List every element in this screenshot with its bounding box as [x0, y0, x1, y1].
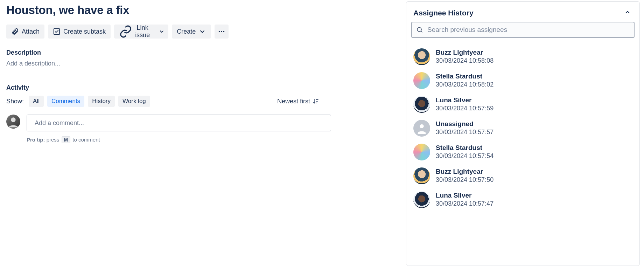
main-content: Houston, we have a fix Attach Create sub…: [0, 0, 406, 268]
current-user-avatar: [6, 115, 20, 129]
tab-all[interactable]: All: [29, 96, 44, 107]
create-button[interactable]: Create: [172, 25, 211, 39]
create-subtask-button[interactable]: Create subtask: [48, 25, 111, 39]
assignee-history-item[interactable]: Stella Stardust30/03/2024 10:57:54: [411, 140, 636, 164]
assignee-name: Stella Stardust: [436, 73, 493, 81]
avatar: [413, 120, 430, 137]
create-subtask-label: Create subtask: [63, 28, 106, 35]
avatar: [413, 191, 430, 208]
show-label: Show:: [6, 98, 24, 105]
issue-toolbar: Attach Create subtask Link issue Create: [6, 25, 400, 39]
pro-tip: Pro tip: press M to comment: [27, 136, 400, 143]
avatar: [413, 72, 430, 89]
assignee-timestamp: 30/03/2024 10:57:57: [436, 128, 493, 136]
more-icon: [218, 28, 225, 35]
chevron-down-icon: [198, 28, 206, 35]
comment-composer: Add a comment...: [6, 115, 400, 131]
assignee-name: Unassigned: [436, 120, 493, 128]
assignee-history-panel: Assignee History Buzz Lightyear30/03/202…: [406, 1, 640, 266]
avatar: [413, 167, 430, 184]
search-wrap: [406, 22, 639, 42]
assignee-name: Stella Stardust: [436, 144, 493, 152]
avatar: [413, 48, 430, 65]
sort-button[interactable]: Newest first: [277, 98, 319, 105]
assignee-name: Luna Silver: [436, 96, 493, 104]
assignee-history-item[interactable]: Unassigned30/03/2024 10:57:57: [411, 116, 636, 140]
assignee-name: Luna Silver: [436, 192, 493, 200]
chevron-down-icon: [159, 28, 165, 35]
panel-title: Assignee History: [413, 9, 474, 17]
link-issue-dropdown[interactable]: [155, 25, 168, 39]
collapse-panel-button[interactable]: [623, 7, 632, 18]
kbd-m: M: [62, 136, 71, 143]
svg-point-1: [219, 31, 220, 32]
activity-controls: Show: All Comments History Work log Newe…: [6, 96, 400, 107]
assignee-list[interactable]: Buzz Lightyear30/03/2024 10:58:08Stella …: [406, 42, 638, 266]
protip-label: Pro tip:: [27, 137, 45, 143]
paperclip-icon: [11, 28, 19, 35]
attach-button[interactable]: Attach: [6, 25, 44, 39]
search-input[interactable]: [427, 26, 630, 34]
tab-worklog[interactable]: Work log: [118, 96, 150, 107]
chevron-up-icon: [624, 9, 631, 16]
issue-title[interactable]: Houston, we have a fix: [6, 4, 400, 17]
link-issue-split-button: Link issue: [114, 25, 168, 39]
avatar: [413, 144, 430, 160]
activity-tabs: Show: All Comments History Work log: [6, 96, 150, 107]
assignee-history-item[interactable]: Luna Silver30/03/2024 10:57:47: [411, 188, 636, 212]
svg-point-2: [221, 31, 222, 32]
assignee-timestamp: 30/03/2024 10:58:02: [436, 81, 493, 89]
search-box[interactable]: [411, 22, 635, 38]
tab-history[interactable]: History: [88, 96, 115, 107]
assignee-history-item[interactable]: Buzz Lightyear30/03/2024 10:58:08: [411, 45, 636, 69]
sort-label: Newest first: [277, 98, 310, 105]
link-icon: [119, 25, 132, 38]
avatar: [413, 96, 430, 113]
assignee-timestamp: 30/03/2024 10:57:54: [436, 152, 493, 160]
assignee-timestamp: 30/03/2024 10:57:47: [436, 200, 493, 208]
assignee-name: Buzz Lightyear: [436, 168, 493, 176]
svg-point-6: [420, 124, 424, 128]
subtask-icon: [53, 28, 61, 35]
link-issue-button[interactable]: Link issue: [114, 25, 155, 39]
sidebar: Assignee History Buzz Lightyear30/03/202…: [406, 0, 644, 268]
create-label: Create: [177, 28, 196, 35]
svg-point-5: [417, 27, 421, 32]
comment-placeholder: Add a comment...: [35, 119, 84, 127]
description-placeholder[interactable]: Add a description...: [6, 60, 400, 67]
assignee-history-item[interactable]: Buzz Lightyear30/03/2024 10:57:50: [411, 164, 636, 188]
assignee-history-item[interactable]: Luna Silver30/03/2024 10:57:59: [411, 92, 636, 116]
assignee-timestamp: 30/03/2024 10:58:08: [436, 57, 493, 65]
assignee-timestamp: 30/03/2024 10:57:59: [436, 104, 493, 112]
svg-point-3: [223, 31, 225, 32]
description-heading: Description: [6, 49, 400, 56]
attach-label: Attach: [22, 28, 40, 35]
sort-desc-icon: [312, 98, 319, 105]
assignee-name: Buzz Lightyear: [436, 49, 493, 57]
assignee-history-item[interactable]: Stella Stardust30/03/2024 10:58:02: [411, 69, 636, 92]
activity-heading: Activity: [6, 84, 400, 91]
panel-header[interactable]: Assignee History: [406, 2, 639, 22]
tab-comments[interactable]: Comments: [47, 96, 84, 107]
search-icon: [416, 26, 423, 33]
more-actions-button[interactable]: [215, 25, 229, 39]
svg-point-4: [11, 117, 15, 122]
link-issue-label: Link issue: [135, 25, 150, 39]
assignee-timestamp: 30/03/2024 10:57:50: [436, 176, 493, 184]
comment-input[interactable]: Add a comment...: [27, 115, 331, 131]
